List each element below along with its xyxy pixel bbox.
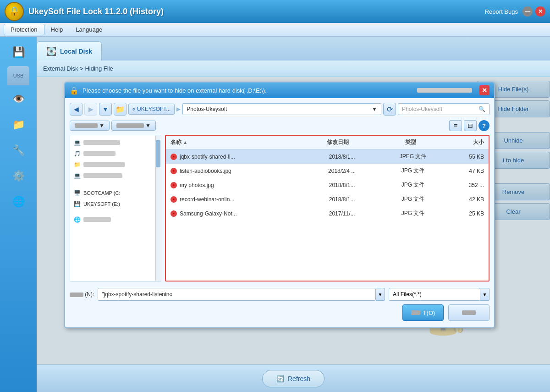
nav-search-icon: 🔍 bbox=[478, 106, 485, 112]
filename-label: (N): bbox=[70, 291, 94, 298]
view-list-button[interactable]: ≡ bbox=[449, 120, 462, 131]
file-type-4: JPG 文件 bbox=[383, 210, 444, 217]
dialog-toolbar: ▼ ▼ ≡ ⊟ ? bbox=[70, 119, 490, 132]
tree-item-ukeysoft-icon: 💾 bbox=[74, 201, 81, 207]
filetype-select-group: All Files(*.*) ▼ bbox=[389, 288, 490, 301]
tree-item-1[interactable]: 💻 bbox=[70, 137, 161, 148]
file-name-2: my photos.jpg bbox=[180, 182, 302, 188]
view-grid-button[interactable]: ⊟ bbox=[464, 120, 477, 131]
tree-item-4[interactable]: 💻 bbox=[70, 170, 161, 181]
nav-refresh-icon: ⟳ bbox=[387, 105, 393, 114]
nav-dropdown-button[interactable]: ▼ bbox=[99, 103, 112, 116]
file-list-header: 名称 ▲ 修改日期 类型 大小 bbox=[166, 136, 489, 149]
tree-scrollbar[interactable] bbox=[155, 135, 161, 281]
tree-item-1-text bbox=[83, 140, 120, 145]
sidebar-icon-tools[interactable]: 🔧 bbox=[6, 138, 30, 162]
sidebar-icon-folder[interactable]: 📁 bbox=[6, 113, 30, 137]
nav-forward-button[interactable]: ▶ bbox=[84, 103, 97, 116]
sidebar-usb[interactable]: USB bbox=[7, 66, 29, 85]
file-row-0[interactable]: jqbx-spotify-shared-li... 2018/8/1... JP… bbox=[166, 149, 489, 164]
dialog-file-tree: 💻 🎵 📁 bbox=[70, 135, 161, 282]
refresh-button[interactable]: 🔄 Refresh bbox=[262, 370, 324, 387]
report-bugs-link[interactable]: Report Bugs bbox=[485, 8, 518, 15]
tree-item-ukeysoft[interactable]: 💾 UKEYSOFT (E:) bbox=[70, 199, 161, 210]
nav-folder-icon: 📁 bbox=[116, 105, 125, 114]
filename-input[interactable]: "jqbx-spotify-shared-listenin« bbox=[98, 288, 376, 301]
dialog-body: ◀ ▶ ▼ 📁 bbox=[65, 98, 494, 327]
tab-local-disk[interactable]: 💽 Local Disk bbox=[37, 41, 102, 61]
file-row-2[interactable]: my photos.jpg 2018/8/1... JPG 文件 352 ... bbox=[166, 178, 489, 192]
menu-bar: Protection Help Language bbox=[0, 23, 550, 37]
close-button[interactable]: ✕ bbox=[535, 6, 545, 17]
nav-back-button[interactable]: ◀ bbox=[70, 103, 82, 116]
minimize-button[interactable]: — bbox=[522, 6, 533, 17]
tree-scroll-thumb bbox=[156, 140, 160, 167]
file-row-1[interactable]: listen-audiobooks.jpg 2018/2/4 ... JPG 文… bbox=[166, 164, 489, 178]
nav-path-arrow: ▶ bbox=[176, 106, 181, 112]
filetype-select[interactable]: All Files(*.*) bbox=[389, 288, 480, 301]
tree-item-bootcamp-text: BOOTCAMP (C: bbox=[83, 190, 120, 196]
col-header-date[interactable]: 修改日期 bbox=[296, 138, 380, 146]
filetype-dropdown-button[interactable]: ▼ bbox=[480, 288, 490, 301]
tree-item-network[interactable]: 🌐 bbox=[70, 214, 161, 225]
nav-path-dropdown-icon: ▼ bbox=[372, 106, 377, 112]
col-header-name[interactable]: 名称 ▲ bbox=[170, 138, 296, 146]
toolbar-organize-label bbox=[75, 123, 98, 128]
file-icon-4 bbox=[170, 210, 177, 217]
col-header-size[interactable]: 大小 bbox=[442, 138, 484, 146]
filename-dropdown-button[interactable]: ▼ bbox=[376, 288, 385, 301]
tree-item-3[interactable]: 📁 bbox=[70, 159, 161, 170]
file-name-0: jqbx-spotify-shared-li... bbox=[180, 154, 302, 160]
file-name-4: Samsung-Galaxy-Not... bbox=[180, 210, 302, 217]
breadcrumb-text: External Disk > Hiding File bbox=[43, 65, 113, 72]
toolbar-left: ▼ ▼ bbox=[70, 121, 156, 131]
nav-search-box[interactable]: Photos-Ukeysoft 🔍 bbox=[398, 103, 490, 115]
tree-item-2[interactable]: 🎵 bbox=[70, 148, 161, 159]
sidebar-icon-network[interactable]: 🌐 bbox=[6, 190, 30, 214]
tree-item-3-text bbox=[83, 162, 125, 167]
nav-path: « UKEYSOFT... ▶ Photos-Ukeysoft ▼ bbox=[128, 103, 381, 115]
dialog-close-button[interactable]: ✕ bbox=[479, 85, 490, 95]
tree-item-3-icon: 📁 bbox=[74, 161, 81, 168]
tree-item-bootcamp[interactable]: 🖥️ BOOTCAMP (C: bbox=[70, 188, 161, 199]
menu-language[interactable]: Language bbox=[69, 24, 109, 35]
menu-help[interactable]: Help bbox=[44, 24, 70, 35]
window-controls: — ✕ bbox=[522, 6, 545, 17]
file-type-0: JPEG 文件 bbox=[383, 153, 444, 160]
toolbar-action-arrow: ▼ bbox=[145, 122, 151, 129]
open-btn-blur bbox=[411, 310, 420, 315]
file-row-4[interactable]: Samsung-Galaxy-Not... 2017/11/... JPG 文件… bbox=[166, 206, 489, 221]
tree-item-bootcamp-icon: 🖥️ bbox=[74, 190, 81, 196]
nav-refresh-button[interactable]: ⟳ bbox=[383, 103, 396, 116]
nav-forward-icon: ▶ bbox=[88, 105, 94, 113]
sidebar-icon-disk[interactable]: 💾 bbox=[6, 40, 30, 64]
dialog-file-area: 💻 🎵 📁 bbox=[70, 135, 490, 282]
sidebar-icon-settings[interactable]: ⚙️ bbox=[6, 164, 30, 188]
file-row-3[interactable]: record-webinar-onlin... 2018/8/1... JPG … bbox=[166, 192, 489, 206]
file-size-1: 47 KB bbox=[443, 168, 484, 174]
file-type-2: JPG 文件 bbox=[383, 181, 444, 189]
dialog-filename-row: (N): "jqbx-spotify-shared-listenin« ▼ bbox=[70, 285, 490, 303]
file-size-0: 55 KB bbox=[443, 154, 484, 160]
file-icon-2 bbox=[170, 182, 177, 188]
file-icon-3 bbox=[170, 196, 177, 203]
file-picker-dialog: 🔒 Please choose the file you want to hid… bbox=[64, 82, 495, 328]
file-size-3: 42 KB bbox=[443, 196, 484, 203]
dialog-title-bar: 🔒 Please choose the file you want to hid… bbox=[65, 83, 494, 98]
sidebar-icon-eye[interactable]: 👁️ bbox=[6, 87, 30, 111]
filename-input-group: "jqbx-spotify-shared-listenin« ▼ bbox=[98, 288, 385, 301]
dialog-cancel-button[interactable] bbox=[448, 304, 490, 321]
file-size-4: 25 KB bbox=[443, 210, 484, 217]
nav-folder-button[interactable]: 📁 bbox=[114, 103, 126, 116]
col-header-type[interactable]: 类型 bbox=[380, 138, 442, 146]
toolbar-action-btn[interactable]: ▼ bbox=[111, 121, 156, 131]
main-layout: 💾 USB 👁️ 📁 🔧 ⚙️ 🌐 💽 Local Disk External … bbox=[0, 37, 550, 392]
file-date-0: 2018/8/1... bbox=[302, 154, 383, 160]
file-date-2: 2018/8/1... bbox=[302, 182, 383, 188]
logo-icon: 🔒 bbox=[9, 6, 20, 17]
nav-path-current[interactable]: Photos-Ukeysoft ▼ bbox=[182, 103, 381, 115]
menu-protection[interactable]: Protection bbox=[4, 24, 44, 35]
dialog-open-button[interactable]: T(O) bbox=[402, 304, 444, 321]
help-button[interactable]: ? bbox=[478, 120, 490, 131]
toolbar-organize-btn[interactable]: ▼ bbox=[70, 121, 110, 131]
